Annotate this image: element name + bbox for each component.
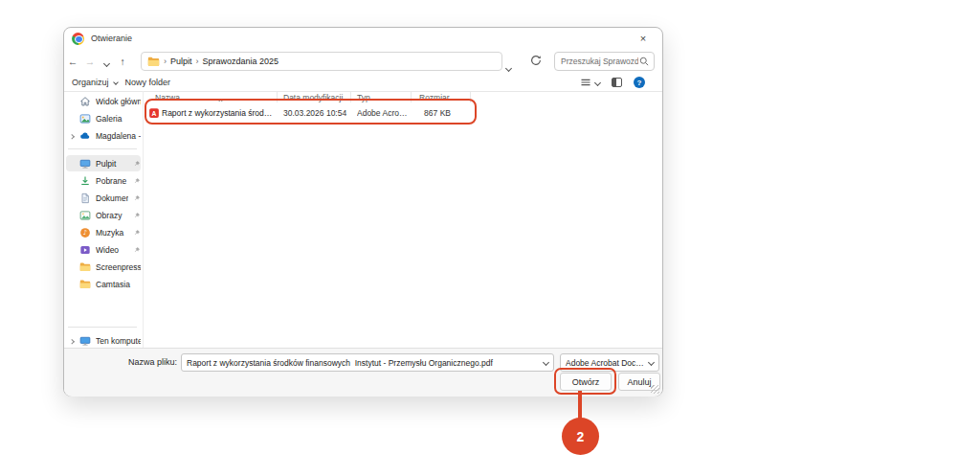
sidebar-item-pobrane[interactable]: Pobrane (66, 172, 141, 189)
filename-combobox (181, 353, 554, 372)
pin-icon[interactable] (133, 246, 141, 254)
recent-locations-chevron-icon[interactable] (99, 53, 114, 70)
up-icon[interactable]: ↑ (114, 56, 131, 67)
breadcrumb-separator: › (164, 57, 167, 66)
column-divider[interactable] (277, 92, 278, 102)
downloads-icon (79, 175, 91, 187)
sidebar-item-muzyka[interactable]: ♪ Muzyka (66, 224, 141, 240)
pin-icon[interactable] (133, 194, 141, 202)
resize-grip[interactable] (651, 385, 659, 394)
chevron-right-icon[interactable] (70, 336, 74, 346)
column-divider[interactable] (411, 92, 412, 102)
new-folder-button[interactable]: Nowy folder (125, 78, 171, 87)
open-file-dialog: Otwieranie × ← → ↑ › Pulpit › Sprawozdan… (63, 27, 663, 397)
pin-icon[interactable] (133, 229, 141, 237)
filename-label: Nazwa pliku: (64, 357, 177, 367)
pin-icon[interactable] (133, 212, 141, 219)
forward-icon[interactable]: → (81, 56, 99, 67)
sidebar-item-widok-glowny[interactable]: Widok główny (66, 93, 141, 109)
sidebar-item-obrazy[interactable]: Obrazy (66, 207, 141, 223)
column-header-rozmiar[interactable]: Rozmiar (419, 93, 450, 102)
sidebar-item-ten-komputer[interactable]: Ten komputer (66, 332, 141, 349)
folder-icon (147, 56, 160, 68)
desktop-icon (79, 158, 91, 170)
dialog-title: Otwieranie (91, 34, 132, 43)
sidebar-item-camtasia[interactable]: Camtasia (66, 276, 141, 292)
column-divider[interactable] (350, 92, 351, 102)
gallery-icon (79, 113, 91, 125)
back-icon[interactable]: ← (64, 56, 81, 67)
sidebar-splitter[interactable] (143, 91, 144, 348)
documents-icon (79, 193, 91, 204)
column-header-typ[interactable]: Typ (357, 93, 370, 102)
help-icon[interactable]: ? (634, 77, 645, 88)
new-folder-label: Nowy folder (125, 78, 171, 87)
chevron-down-icon (594, 79, 601, 85)
view-controls: ? (580, 77, 645, 88)
sidebar-item-wideo[interactable]: Wideo (66, 241, 141, 258)
screenshot-canvas: Otwieranie × ← → ↑ › Pulpit › Sprawozdan… (0, 0, 980, 476)
search-box (554, 52, 655, 71)
column-header-data-modyfikacji[interactable]: Data modyfikacji (283, 93, 343, 102)
chevron-down-icon (648, 359, 655, 366)
breadcrumb[interactable]: › Pulpit › Sprawozdania 2025 (141, 52, 502, 71)
open-button[interactable]: Otwórz (560, 373, 612, 391)
address-dropdown-chevron-icon[interactable] (506, 57, 511, 75)
chrome-logo-icon (72, 33, 84, 45)
column-divider[interactable] (470, 92, 471, 102)
sidebar-item-dokumenty[interactable]: Dokumenty (66, 190, 141, 206)
this-pc-icon (79, 335, 91, 347)
filename-input[interactable] (187, 358, 540, 368)
annotation-connector-line (578, 391, 582, 419)
divider (64, 91, 662, 92)
search-icon (638, 56, 650, 67)
file-name: Raport z wykorzystania środków finanso..… (162, 108, 273, 118)
sidebar-item-screenpresso[interactable]: Screenpresso (66, 259, 141, 275)
divider (68, 148, 137, 149)
column-header-nazwa[interactable]: Nazwa (155, 93, 180, 102)
organize-label: Organizuj (72, 78, 109, 87)
refresh-icon[interactable] (529, 54, 545, 69)
dialog-footer: Nazwa pliku: Adobe Acrobat Document (*.p… (64, 348, 662, 397)
sidebar-item-onedrive[interactable]: Magdalena - Oś (66, 127, 141, 144)
folder-icon (79, 279, 91, 290)
file-size: 867 KB (405, 108, 451, 118)
chevron-down-icon[interactable] (543, 359, 549, 366)
file-row-raport[interactable]: A Raport z wykorzystania środków finanso… (146, 103, 472, 123)
folder-icon (79, 261, 91, 273)
navigation-bar: ← → ↑ › Pulpit › Sprawozdania 2025 (64, 49, 662, 74)
file-modified-date: 30.03.2026 10:54 (283, 108, 352, 118)
pin-icon[interactable] (133, 160, 141, 168)
svg-text:♪: ♪ (83, 229, 87, 237)
pin-icon[interactable] (133, 177, 141, 185)
command-bar: Organizuj Nowy folder ? (64, 74, 662, 91)
filetype-select[interactable]: Adobe Acrobat Document (*.p (560, 353, 659, 372)
breadcrumb-item-pulpit[interactable]: Pulpit (170, 57, 192, 66)
video-icon (79, 244, 91, 256)
close-button[interactable]: × (632, 30, 655, 47)
dialog-titlebar: Otwieranie × (64, 28, 662, 49)
file-type: Adobe Acrobat D... (357, 108, 409, 118)
onedrive-cloud-icon (79, 130, 91, 142)
organize-menu[interactable]: Organizuj (72, 78, 118, 87)
search-input[interactable] (561, 57, 638, 66)
step-number: 2 (577, 429, 585, 444)
music-icon: ♪ (79, 227, 91, 238)
preview-pane-icon[interactable] (612, 78, 622, 87)
sidebar-item-pulpit[interactable]: Pulpit (66, 155, 141, 171)
home-icon (79, 96, 91, 107)
sidebar-item-galeria[interactable]: Galeria (66, 110, 141, 126)
breadcrumb-separator: › (196, 57, 199, 66)
step-2-badge: 2 (562, 418, 599, 455)
chevron-right-icon[interactable] (70, 131, 74, 141)
breadcrumb-item-sprawozdania[interactable]: Sprawozdania 2025 (203, 57, 279, 66)
pictures-icon (79, 210, 91, 221)
filetype-value: Adobe Acrobat Document (*.p (566, 358, 645, 368)
view-options-icon[interactable] (580, 77, 600, 88)
divider (68, 327, 137, 328)
chevron-down-icon (113, 79, 119, 85)
pdf-file-icon: A (148, 107, 160, 119)
svg-text:A: A (152, 110, 157, 117)
